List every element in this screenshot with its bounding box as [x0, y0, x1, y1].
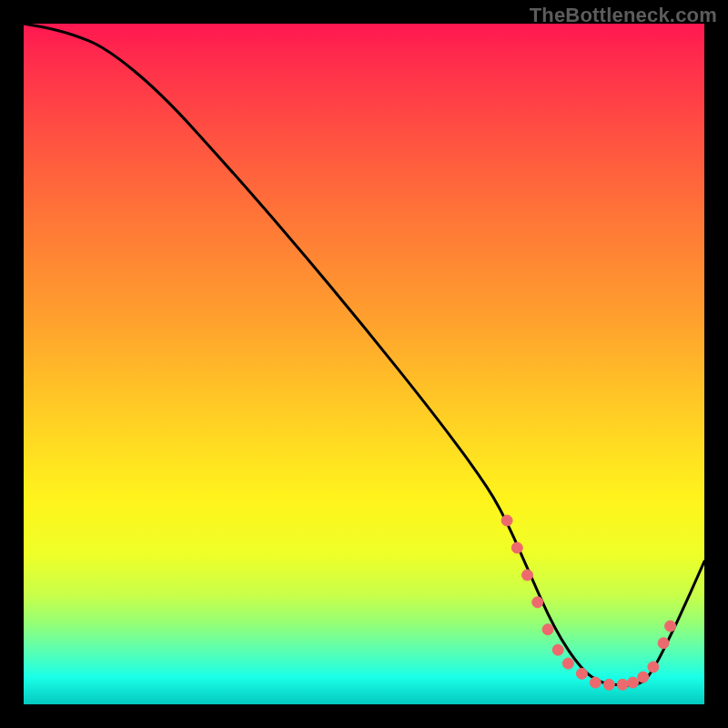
curve-marker: [665, 621, 676, 632]
watermark-text: TheBottleneck.com: [530, 4, 717, 27]
curve-marker: [576, 668, 587, 679]
curve-marker: [590, 677, 601, 688]
plot-area: [24, 24, 704, 704]
chart-frame: TheBottleneck.com: [0, 0, 728, 728]
curve-marker: [603, 679, 614, 690]
curve-svg: [24, 24, 704, 704]
curve-marker: [542, 624, 553, 635]
curve-marker: [628, 677, 639, 688]
curve-marker: [532, 597, 543, 608]
curve-marker: [648, 662, 659, 672]
bottleneck-curve: [24, 24, 704, 685]
curve-marker: [511, 542, 522, 553]
curve-marker: [501, 515, 512, 526]
curve-marker: [522, 570, 533, 581]
curve-marker: [552, 644, 563, 655]
curve-markers: [501, 515, 676, 690]
curve-marker: [562, 658, 573, 669]
curve-marker: [638, 672, 649, 682]
curve-marker: [658, 638, 669, 649]
curve-marker: [617, 679, 628, 690]
